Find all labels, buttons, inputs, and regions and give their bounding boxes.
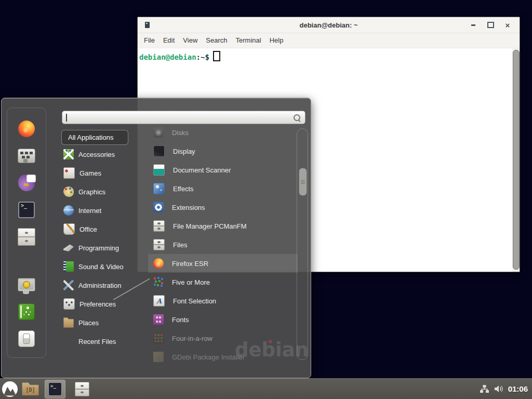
window-controls: × (467, 20, 514, 30)
fiveormore-icon (153, 277, 164, 287)
lockscreen-icon (18, 278, 35, 291)
text-caret (66, 114, 67, 122)
terminal-titlebar[interactable]: debian@debian: ~ × (138, 17, 520, 33)
favorite-log-out[interactable] (15, 303, 38, 320)
favorite-keyboard-software[interactable] (15, 148, 38, 164)
logout-icon (18, 303, 35, 320)
category-administration[interactable]: Administration (60, 276, 148, 295)
terminal32-icon (18, 202, 35, 218)
shutdown-icon (18, 330, 35, 347)
favorite-terminal[interactable] (15, 202, 38, 218)
cabinet-icon (153, 239, 165, 250)
app-display[interactable]: Display (148, 142, 298, 161)
app-extensions[interactable]: Extensions (148, 198, 298, 217)
favorite-lock-screen[interactable] (15, 276, 38, 293)
app-four-in-a-row[interactable]: Four-in-a-row (148, 329, 298, 348)
terminal-task-button[interactable] (45, 380, 65, 398)
search-box[interactable] (62, 111, 305, 124)
firefox32-icon (18, 121, 35, 137)
cabinet-icon (153, 220, 165, 232)
gdebi-icon (153, 352, 164, 362)
pidgin-icon (18, 175, 35, 191)
preferences-icon (63, 298, 75, 310)
fontselection-icon (153, 295, 165, 307)
disks-icon (153, 127, 164, 138)
category-programming[interactable]: Programming (60, 238, 148, 257)
all-applications-button[interactable]: All Applications (61, 130, 128, 145)
application-list: Disks Display Document Scanner Effects E… (148, 123, 298, 365)
office-icon (63, 223, 75, 235)
internet-icon (63, 205, 74, 216)
terminal-menubar: File Edit View Search Terminal Help (138, 33, 520, 48)
app-effects[interactable]: Effects (148, 179, 298, 198)
app-five-or-more[interactable]: Five or More (148, 273, 298, 291)
search-input[interactable] (62, 111, 305, 124)
terminal-menu-edit[interactable]: Edit (159, 33, 179, 48)
app-fonts[interactable]: Fonts (148, 310, 298, 329)
network-icon[interactable] (480, 384, 489, 393)
accessories-icon (63, 149, 74, 159)
category-sound-video[interactable]: Sound & Video (60, 257, 148, 276)
app-gdebi-package-installer[interactable]: GDebi Package Installer (148, 348, 298, 365)
favorites-panel (7, 108, 46, 358)
places-icon (63, 317, 74, 328)
app-files[interactable]: Files (148, 235, 298, 254)
category-office[interactable]: Office (60, 220, 148, 238)
category-accessories[interactable]: Accessories (60, 145, 148, 164)
cabinet32-icon (18, 228, 35, 246)
administration-icon (63, 280, 74, 290)
fonts-icon (153, 314, 164, 325)
app-file-manager-pcmanfm[interactable]: File Manager PCManFM (148, 217, 298, 235)
close-button[interactable]: × (501, 20, 514, 30)
category-graphics[interactable]: Graphics (60, 182, 148, 201)
favorite-firefox[interactable] (15, 121, 38, 137)
clock[interactable]: 01:06 (508, 384, 528, 393)
terminal-scrollbar-track[interactable] (512, 48, 520, 272)
category-recent-files[interactable]: Recent Files (60, 332, 148, 351)
volume-icon[interactable] (494, 385, 503, 393)
terminal-menu-file[interactable]: File (140, 33, 159, 48)
favorite-shut-down[interactable] (15, 330, 38, 347)
fourinarow-icon (153, 333, 164, 343)
category-games[interactable]: Games (60, 164, 148, 182)
display-icon (153, 145, 165, 157)
terminal-icon (48, 382, 62, 396)
menu-button[interactable] (2, 381, 18, 397)
desktop-folder-launcher[interactable]: [D] (22, 382, 39, 396)
taskbar: [D] 01:06 (0, 378, 532, 399)
category-internet[interactable]: Internet (60, 201, 148, 220)
terminal-menu-terminal[interactable]: Terminal (232, 33, 265, 48)
app-disks[interactable]: Disks (148, 123, 298, 142)
menu-scrollbar-track[interactable] (297, 128, 308, 360)
favorite-pidgin[interactable] (15, 175, 38, 191)
terminal-scrollbar-thumb[interactable] (513, 50, 520, 270)
app-firefox-esr[interactable]: Firefox ESR (148, 254, 298, 273)
menu-scrollbar-thumb[interactable] (299, 168, 307, 196)
app-document-scanner[interactable]: Document Scanner (148, 161, 298, 179)
soundvideo-icon (63, 261, 74, 272)
app-font-selection[interactable]: Font Selection (148, 291, 298, 310)
maximize-button[interactable] (484, 20, 497, 30)
terminal-cursor (213, 51, 220, 61)
category-places[interactable]: Places (60, 313, 148, 332)
terminal-menu-view[interactable]: View (179, 33, 202, 48)
category-list: Accessories Games Graphics Internet Offi… (60, 145, 148, 351)
extensions-icon (153, 202, 164, 212)
favorite-file-manager[interactable] (15, 229, 38, 245)
games-icon (63, 167, 75, 179)
prompt-suffix: :~$ (196, 53, 209, 61)
category-preferences[interactable]: Preferences (60, 295, 148, 313)
file-manager-launcher[interactable] (75, 382, 89, 396)
terminal-menu-help[interactable]: Help (265, 33, 288, 48)
terminal-prompt: debian@debian:~$ (139, 51, 220, 61)
scanner-icon (153, 164, 165, 176)
programming-icon (63, 243, 74, 253)
system-tray: 01:06 (480, 384, 528, 393)
effects-icon (153, 183, 165, 194)
application-menu: All Applications Accessories Games Graph… (1, 98, 311, 378)
terminal-title: debian@debian: ~ (138, 21, 520, 29)
terminal-menu-search[interactable]: Search (202, 33, 231, 48)
minimize-button[interactable] (467, 20, 480, 30)
firefox-icon (153, 258, 164, 269)
graphics-icon (63, 187, 74, 197)
